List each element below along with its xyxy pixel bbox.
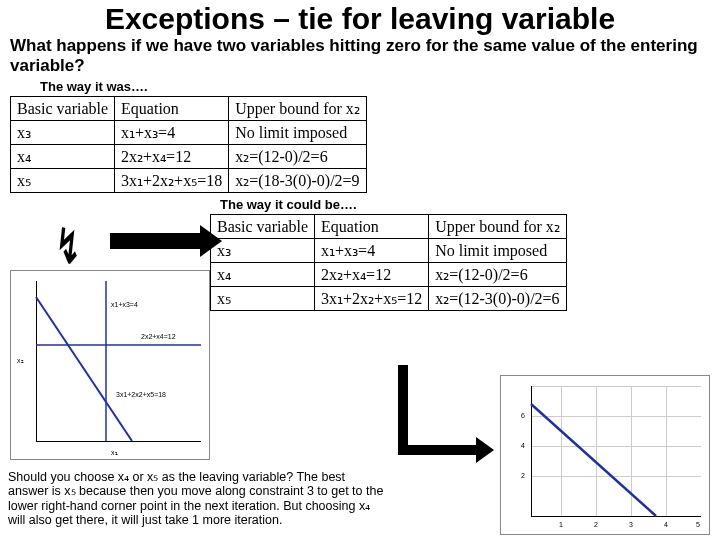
graph-label: x1+x3=4 [111,301,138,308]
table-original: Basic variable Equation Upper bound for … [10,96,367,193]
table-row: x₃x₁+x₃=4No limit imposed [11,121,367,145]
svg-line-2 [36,297,132,441]
lightning-icon: ↯ [56,218,80,274]
page-title: Exceptions – tie for leaving variable [0,0,720,36]
caption-could: The way it could be…. [220,197,720,212]
chart-lines-icon [501,376,711,536]
table-row: x₄2x₂+x₄=12x₂=(12-0)/2=6 [11,145,367,169]
table-modified: Basic variable Equation Upper bound for … [210,214,567,311]
th-basic: Basic variable [11,97,115,121]
table-row: x₄2x₂+x₄=12x₂=(12-0)/2=6 [211,263,567,287]
graph-label: 2x2+x4=12 [141,333,176,340]
table-row: Basic variable Equation Upper bound for … [211,215,567,239]
table-row: Basic variable Equation Upper bound for … [11,97,367,121]
page-subtitle: What happens if we have two variables hi… [0,36,720,77]
table-row: x₃x₁+x₃=4No limit imposed [211,239,567,263]
elbow-arrow-icon [398,365,488,465]
axis-label: x₂ [17,357,24,365]
table-row: x₅3x₁+2x₂+x₅=18x₂=(18-3(0)-0)/2=9 [11,169,367,193]
feasible-region-graph-modified: 1 2 3 4 5 2 4 6 [500,375,710,535]
feasible-region-graph-original: x1+x3=4 2x2+x4=12 3x1+2x2+x5=18 x₂ x₁ [10,270,210,460]
arrow-right-icon [110,225,222,257]
axis-label: x₁ [111,449,118,457]
table-row: x₅3x₁+2x₂+x₅=12x₂=(12-3(0)-0)/2=6 [211,287,567,311]
svg-line-3 [531,404,656,516]
graph-label: 3x1+2x2+x5=18 [116,391,166,398]
conclusion-text: Should you choose x₄ or x₅ as the leavin… [8,470,388,528]
th-equation: Equation [115,97,229,121]
caption-was: The way it was…. [40,79,720,94]
th-upper: Upper bound for x₂ [229,97,367,121]
chart-lines-icon [11,271,211,461]
